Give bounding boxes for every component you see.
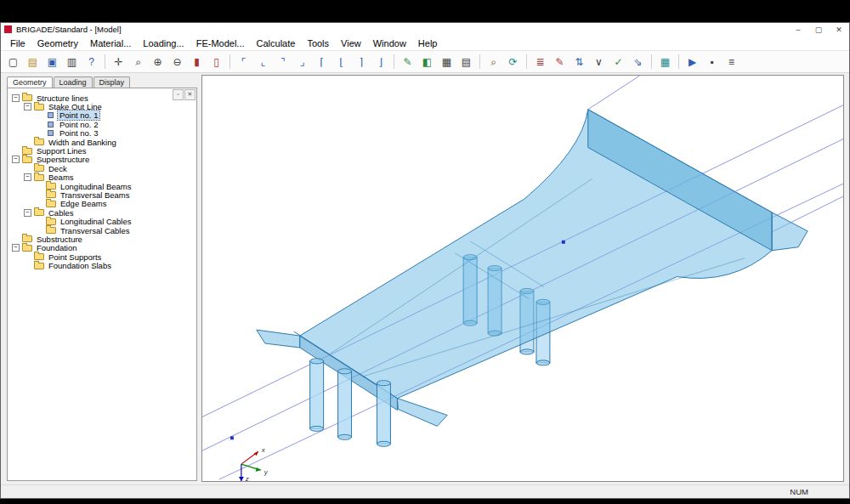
tree-item-label: Transversal Cables [59,226,131,235]
stake-out-tool-icon[interactable]: ⌜ [234,52,253,71]
menu-help[interactable]: Help [412,37,444,49]
panel-close-icon[interactable]: ✕ [184,89,196,100]
num-lock-indicator: NUM [790,487,808,496]
tree-item-label: Point no. 2 [58,120,99,129]
point-icon [48,112,54,118]
check-small-icon[interactable]: ∨ [589,52,609,71]
tree-item-stake-out-line[interactable]: − Stake Out Line [9,102,195,110]
model-canvas[interactable]: x y z [202,76,843,481]
folder-icon [46,201,56,207]
pillar-front-icon[interactable]: ▮ [187,52,207,71]
dock-icon[interactable]: ▫ [173,89,184,100]
folder-icon [22,94,32,101]
find-icon[interactable]: ⌕ [484,52,503,71]
tree-item-longitudinal-cables[interactable]: Longitudinal Cables [9,217,195,225]
substructure-tool-icon[interactable]: ⌋ [371,52,390,71]
midspan-point[interactable] [562,241,565,244]
minimize-button[interactable]: – [788,23,808,36]
beam-tool-icon[interactable]: ⌈ [312,52,332,71]
collapse-icon[interactable]: − [24,103,31,110]
collapse-icon[interactable]: − [24,173,31,181]
arrows-vertical-icon[interactable]: ⇅ [570,52,589,71]
zoom-in-icon[interactable]: ⊕ [148,52,167,71]
help-icon[interactable]: ? [82,52,101,71]
pan-icon[interactable]: ✛ [109,52,128,71]
results-list-icon[interactable]: ≣ [530,52,550,71]
tree-item-transversal-beams[interactable]: Transversal Beams [9,190,195,199]
edge-beam-tool-icon[interactable]: ⌊ [332,52,351,71]
check-icon[interactable]: ✓ [609,52,628,71]
tree-item-foundation-slabs[interactable]: Foundation Slabs [9,261,195,269]
menu-tools[interactable]: Tools [301,37,335,49]
zoom-out-icon[interactable]: ⊖ [167,52,187,71]
tab-geometry[interactable]: Geometry [7,76,53,88]
menu-loading[interactable]: Loading... [137,37,190,49]
axis-triad: x y z [239,446,269,481]
tree-item-label: Longitudinal Beams [59,182,133,191]
folder-icon [34,263,44,269]
model-viewport: x y z [201,75,844,482]
collapse-icon[interactable]: − [24,209,31,217]
tree-item-beams[interactable]: − Beams [9,173,195,182]
tab-loading[interactable]: Loading [54,76,93,88]
list-icon[interactable]: ≡ [722,52,741,71]
toolbar-separator [394,54,394,69]
menu-material[interactable]: Material... [84,37,137,49]
new-icon[interactable]: ▢ [3,52,23,71]
stop-icon[interactable]: ▪ [702,52,722,71]
menu-view[interactable]: View [335,37,367,49]
play-icon[interactable]: ▶ [683,52,702,71]
print-icon[interactable]: ▥ [62,52,82,71]
arrow-se-icon[interactable]: ⇘ [628,52,648,71]
toolbar-separator [678,54,679,69]
tab-display[interactable]: Display [94,76,131,88]
menu-fe-model[interactable]: FE-Model... [190,37,251,49]
folder-icon [46,191,56,198]
folder-icon [46,218,56,225]
right-wing-wall [772,212,808,251]
open-icon[interactable]: ▤ [23,52,42,71]
tree-item-substructure[interactable]: Substructure [9,235,195,243]
draw-mode-icon[interactable]: ✎ [398,52,417,71]
deck-tool-icon[interactable]: ⌟ [292,52,312,71]
menu-window[interactable]: Window [367,37,412,49]
mesh-view-icon[interactable]: ▦ [437,52,456,71]
support-line-tool-icon[interactable]: ⌝ [273,52,292,71]
axis-z-label: z [245,475,249,481]
tree-item-label: Edge Beams [59,199,108,208]
tree-item-label: Foundation Slabs [47,261,113,270]
zoom-dynamic-icon[interactable]: ⌕ [128,52,148,71]
tree-item-cables[interactable]: − Cables [9,208,195,217]
pillar-side-icon[interactable]: ▯ [207,52,226,71]
table-icon[interactable]: ▦ [655,52,675,71]
cable-tool-icon[interactable]: ⌉ [351,52,371,71]
grid-view-icon[interactable]: ▤ [456,52,476,71]
tree-item-width-and-banking[interactable]: Width and Banking [9,138,195,146]
folder-icon [22,148,32,155]
collapse-icon[interactable]: − [12,244,20,252]
tree-item-transversal-cables[interactable]: Transversal Cables [9,226,195,235]
menu-file[interactable]: File [4,37,31,49]
shade-mode-icon[interactable]: ◧ [417,52,437,71]
origin-point[interactable] [230,436,234,439]
tree-item-point-2[interactable]: Point no. 2 [9,120,195,128]
width-tool-icon[interactable]: ⌞ [253,52,273,71]
tree-item-label: Superstructure [35,155,91,164]
save-icon[interactable]: ▣ [42,52,62,71]
collapse-icon[interactable]: − [12,94,20,102]
axis-y-label: y [264,468,269,476]
menu-calculate[interactable]: Calculate [251,37,302,49]
tree-item-longitudinal-beams[interactable]: Longitudinal Beams [9,182,195,190]
annotate-icon[interactable]: ✎ [550,52,570,71]
refresh-icon[interactable]: ⟳ [503,52,523,71]
maximize-button[interactable]: ▢ [808,23,829,36]
tree-item-label: Point no. 3 [58,128,99,138]
left-near-wing-wall [397,399,447,427]
collapse-icon[interactable]: − [12,156,20,163]
main-toolbar: ▢ ▤ ▣ ▥ ? ✛ ⌕ ⊕ ⊖ ▮ ▯ ⌜ ⌞ ⌝ ⌟ ⌈ ⌊ ⌉ ⌋ ✎ … [1,51,849,73]
close-button[interactable]: ✕ [829,23,849,36]
tree-item-support-lines[interactable]: Support Lines [9,146,195,155]
menu-geometry[interactable]: Geometry [31,37,84,49]
tree-item-label: Longitudinal Cables [59,217,133,226]
tree-item-point-1[interactable]: Point no. 1 [9,111,195,120]
